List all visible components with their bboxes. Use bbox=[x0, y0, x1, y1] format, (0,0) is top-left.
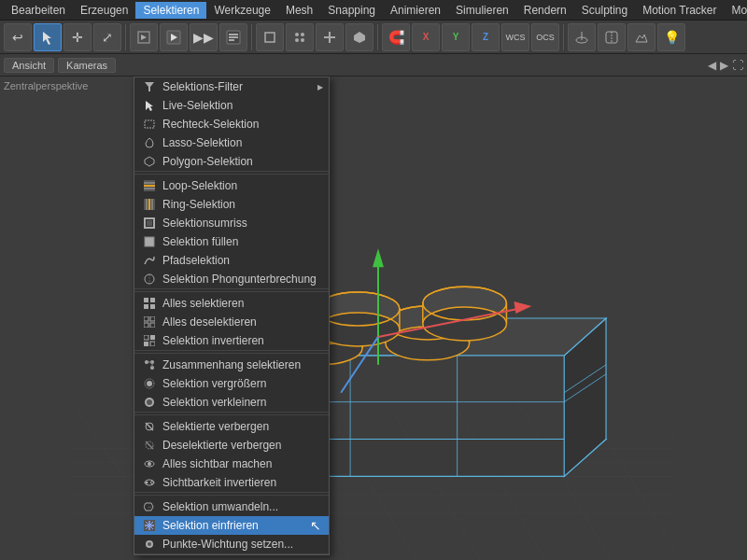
menu-selektion-einfrieren[interactable]: Selektion einfrieren ↖ bbox=[134, 516, 329, 535]
menu-selektions-filter[interactable]: Selektions-Filter bbox=[134, 77, 329, 96]
menu-zusammenhang-selektieren[interactable]: Zusammenhang selektieren bbox=[134, 356, 329, 374]
viewport[interactable]: Zentralperspektive bbox=[0, 77, 747, 560]
sym-button[interactable] bbox=[598, 23, 626, 51]
deselect-all-icon bbox=[142, 315, 157, 329]
svg-rect-5 bbox=[229, 39, 234, 41]
menu-selektion-fuellen[interactable]: Selektion füllen bbox=[134, 232, 329, 251]
menu-selektierte-verbergen[interactable]: Selektierte verbergen bbox=[134, 417, 329, 436]
poly-select-icon bbox=[142, 154, 157, 169]
dropdown-menu: Selektions-Filter Live-Selektion Rechtec… bbox=[134, 77, 330, 555]
rect-select-icon bbox=[142, 117, 157, 132]
menu-punkte-wichtung[interactable]: Punkte-Wichtung setzen... bbox=[134, 535, 329, 553]
edge-mode-button[interactable] bbox=[316, 23, 344, 51]
terrain-button[interactable] bbox=[627, 23, 655, 51]
arrow-right-icon[interactable]: ▶ bbox=[720, 59, 728, 72]
menu-rechteck-selektion[interactable]: Rechteck-Selektion bbox=[134, 115, 329, 133]
svg-rect-101 bbox=[144, 316, 148, 321]
menu-alles-sichtbar-machen[interactable]: Alles sichtbar machen bbox=[134, 455, 329, 473]
select-all-icon bbox=[142, 296, 157, 311]
svg-rect-102 bbox=[150, 316, 155, 321]
weight-icon bbox=[142, 537, 157, 552]
svg-rect-99 bbox=[144, 304, 148, 309]
dropdown-section-5: Selektierte verbergen Deselektierte verb… bbox=[134, 417, 329, 493]
menu-deselektierte-verbergen[interactable]: Deselektierte verbergen bbox=[134, 436, 329, 455]
menu-simulieren[interactable]: Simulieren bbox=[448, 2, 516, 19]
light-button[interactable]: 💡 bbox=[657, 23, 685, 51]
menu-sichtbarkeit-invertieren[interactable]: Sichtbarkeit invertieren bbox=[134, 473, 329, 492]
scale-tool-button[interactable]: ⤢ bbox=[93, 23, 121, 51]
axis-lock-x[interactable]: X bbox=[412, 23, 440, 51]
select-tool-button[interactable] bbox=[34, 23, 62, 51]
dropdown-section-4: Zusammenhang selektieren Selektion vergr… bbox=[134, 356, 329, 413]
floor-button[interactable] bbox=[568, 23, 596, 51]
toolbar-separator-3 bbox=[377, 24, 378, 50]
object-space-button[interactable]: OCS bbox=[531, 23, 559, 51]
fullscreen-icon[interactable]: ⛶ bbox=[732, 59, 743, 72]
menu-pfadselektion[interactable]: Pfadselektion bbox=[134, 251, 329, 270]
menu-selektion-verkleinern[interactable]: Selektion verkleinern bbox=[134, 393, 329, 412]
ansicht-button[interactable]: Ansicht bbox=[4, 58, 54, 73]
axis-lock-z[interactable]: Z bbox=[472, 23, 500, 51]
menu-animieren[interactable]: Animieren bbox=[383, 2, 448, 19]
render-button[interactable] bbox=[160, 23, 188, 51]
convert-select-icon: → bbox=[142, 499, 157, 514]
fill-select-icon bbox=[142, 234, 157, 249]
poly-mode-button[interactable] bbox=[345, 23, 374, 51]
menu-bearbeiten[interactable]: Bearbeiten bbox=[4, 2, 73, 19]
svg-rect-105 bbox=[144, 335, 148, 340]
menu-erzeugen[interactable]: Erzeugen bbox=[73, 2, 135, 19]
kameras-button[interactable]: Kameras bbox=[58, 58, 116, 73]
menu-werkzeuge[interactable]: Werkzeuge bbox=[206, 2, 277, 19]
menu-alles-deselektieren[interactable]: Alles deselektieren bbox=[134, 313, 329, 331]
dropdown-section-1: Selektions-Filter Live-Selektion Rechtec… bbox=[134, 77, 329, 172]
divider-4 bbox=[134, 414, 329, 415]
toolbar-separator-1 bbox=[125, 24, 126, 50]
menu-lasso-selektion[interactable]: Lasso-Selektion bbox=[134, 133, 329, 152]
snap-button[interactable]: 🧲 bbox=[382, 23, 410, 51]
svg-point-126 bbox=[151, 482, 154, 484]
menu-loop-selektion[interactable]: Loop-Selektion bbox=[134, 176, 329, 195]
undo-button[interactable]: ↩ bbox=[4, 23, 32, 51]
menu-selektion-vergroessern[interactable]: Selektion vergrößern bbox=[134, 374, 329, 393]
menu-motion-tracker[interactable]: Motion Tracker bbox=[635, 2, 724, 19]
svg-point-72 bbox=[423, 307, 507, 341]
menu-selektionsumriss[interactable]: Selektionsumriss bbox=[134, 214, 329, 232]
menu-alles-selektieren[interactable]: Alles selektieren bbox=[134, 294, 329, 313]
render-view-button[interactable]: ▶▶ bbox=[190, 23, 218, 51]
lasso-select-icon bbox=[142, 135, 157, 150]
svg-point-9 bbox=[295, 38, 299, 42]
render-settings-button[interactable] bbox=[219, 23, 247, 51]
menu-mograph[interactable]: MoGrap… bbox=[725, 2, 747, 19]
menu-selektieren[interactable]: Selektieren bbox=[135, 2, 206, 19]
toolbar-separator-2 bbox=[251, 24, 252, 50]
render-region-button[interactable] bbox=[130, 23, 158, 51]
menu-selektion-invertieren[interactable]: Selektion invertieren bbox=[134, 331, 329, 350]
object-mode-button[interactable] bbox=[256, 23, 284, 51]
svg-rect-100 bbox=[150, 304, 155, 309]
divider-5 bbox=[134, 495, 329, 496]
menu-ring-selektion[interactable]: Ring-Selektion bbox=[134, 195, 329, 214]
live-select-icon bbox=[142, 98, 157, 113]
toolbar2: Ansicht Kameras ◀ ▶ ⛶ bbox=[0, 54, 747, 77]
menu-rendern[interactable]: Rendern bbox=[516, 2, 574, 19]
menu-selektion-phong[interactable]: Selektion Phongunterbrechung bbox=[134, 270, 329, 288]
svg-rect-104 bbox=[150, 323, 155, 328]
menu-sculpting[interactable]: Sculpting bbox=[574, 2, 635, 19]
menu-mesh[interactable]: Mesh bbox=[278, 2, 320, 19]
filter-icon bbox=[142, 79, 157, 94]
menu-bar: Bearbeiten Erzeugen Selektieren Werkzeug… bbox=[0, 0, 747, 21]
menu-live-selektion[interactable]: Live-Selektion bbox=[134, 96, 329, 115]
menu-snapping[interactable]: Snapping bbox=[320, 2, 383, 19]
point-mode-button[interactable] bbox=[286, 23, 314, 51]
path-select-icon bbox=[142, 253, 157, 268]
world-space-button[interactable]: WCS bbox=[501, 23, 529, 51]
move-tool-button[interactable]: ✛ bbox=[63, 23, 92, 51]
toolbar-separator-4 bbox=[563, 24, 564, 50]
svg-marker-18 bbox=[636, 35, 647, 42]
divider-3 bbox=[134, 353, 329, 354]
axis-lock-y[interactable]: Y bbox=[442, 23, 470, 51]
menu-polygon-selektion[interactable]: Polygon-Selektion bbox=[134, 152, 329, 171]
svg-line-34 bbox=[648, 402, 676, 440]
arrow-left-icon[interactable]: ◀ bbox=[708, 59, 716, 72]
menu-selektion-umwandeln[interactable]: → Selektion umwandeln... bbox=[134, 497, 329, 516]
